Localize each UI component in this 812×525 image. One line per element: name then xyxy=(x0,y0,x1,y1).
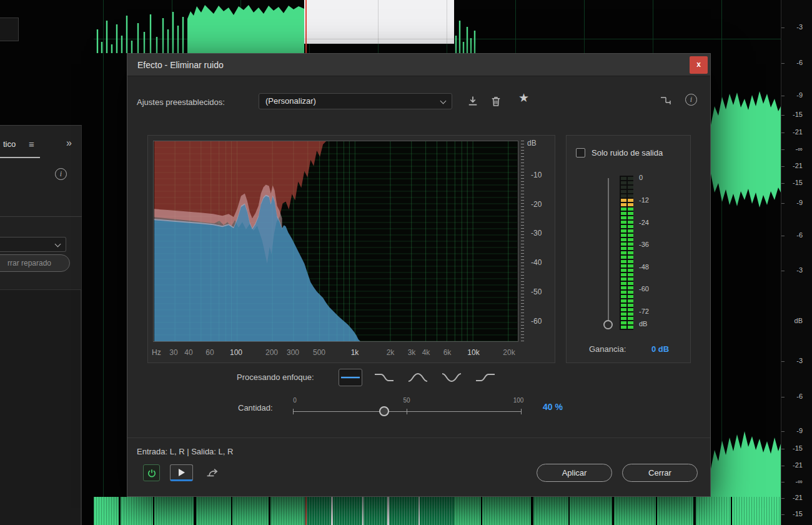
routing-icon[interactable] xyxy=(660,96,673,108)
meter-segment xyxy=(621,242,633,246)
meter-segment xyxy=(621,326,633,329)
ruler-tick xyxy=(781,149,785,150)
amount-slider[interactable]: 050100 xyxy=(293,397,521,418)
focus-flat-button[interactable] xyxy=(339,369,362,386)
processing-focus-label: Procesando enfoque: xyxy=(237,372,314,382)
graph-x-tick-label: 40 xyxy=(184,348,192,357)
ruler-label: -∞ xyxy=(795,145,803,152)
amount-slider-knob[interactable] xyxy=(379,406,389,416)
meter-segment xyxy=(621,186,633,189)
meter-segment xyxy=(621,282,633,285)
y-axis-ticks xyxy=(521,141,524,342)
meter-segment xyxy=(621,221,633,224)
ruler-label: -6 xyxy=(796,59,803,66)
meter-tick-label: dB xyxy=(639,320,647,328)
meter-segment xyxy=(621,308,633,311)
y-axis-unit: dB xyxy=(527,139,537,148)
focus-bell-button[interactable] xyxy=(406,369,430,386)
selection-region-bottom[interactable] xyxy=(304,497,454,525)
save-preset-icon[interactable] xyxy=(467,95,479,108)
selection-region[interactable] xyxy=(304,0,454,44)
graph-x-tick-label: 3k xyxy=(408,348,416,357)
grid-line xyxy=(304,39,454,39)
ruler-label: -3 xyxy=(796,357,803,364)
loop-playback-icon[interactable] xyxy=(205,466,220,479)
presets-select[interactable]: (Personalizar) xyxy=(259,93,452,109)
diagnostics-list xyxy=(0,289,81,525)
play-preview-button[interactable] xyxy=(170,464,193,481)
graph-y-tick-label: -30 xyxy=(531,229,542,238)
ruler-label: -21 xyxy=(793,162,803,169)
meter-segment xyxy=(621,291,633,294)
focus-notch-button[interactable] xyxy=(440,369,463,386)
gain-slider-knob[interactable] xyxy=(603,320,613,329)
meter-tick-label: -36 xyxy=(639,241,649,248)
ruler-label: -15 xyxy=(793,444,803,452)
ruler-tick xyxy=(781,482,785,482)
ruler-label: -21 xyxy=(793,494,803,501)
info-icon[interactable] xyxy=(55,168,67,180)
info-icon[interactable] xyxy=(685,94,697,106)
ruler-label: -6 xyxy=(796,231,803,239)
slider-tick-label: 0 xyxy=(293,397,297,404)
meter-tick-label: -60 xyxy=(639,285,649,292)
clear-repaired-button[interactable]: rrar reparado xyxy=(0,254,70,272)
panel-overflow-icon[interactable]: » xyxy=(66,138,72,149)
slider-tick xyxy=(521,409,522,414)
meter-segment xyxy=(621,208,633,211)
dialog-titlebar[interactable]: Efecto - Eliminar ruido x xyxy=(127,54,710,76)
graph-x-tick-label: 30 xyxy=(169,348,177,357)
meter-tick-label: 0 xyxy=(639,174,643,181)
tab-diagnostics[interactable]: tico xyxy=(3,139,16,149)
delete-preset-icon[interactable] xyxy=(490,95,502,108)
ruler-tick xyxy=(781,466,785,466)
chevron-down-icon xyxy=(55,241,61,248)
spectrum-plot xyxy=(153,141,518,342)
apply-button[interactable]: Aplicar xyxy=(537,464,612,482)
meter-segment xyxy=(621,269,633,272)
ruler-label: -∞ xyxy=(795,478,803,485)
gain-value[interactable]: 0 dB xyxy=(651,344,669,354)
playhead[interactable] xyxy=(305,0,307,53)
ruler-label: -6 xyxy=(796,392,803,400)
ruler-label: -15 xyxy=(793,179,803,186)
left-dropdown[interactable] xyxy=(0,237,66,252)
io-status: Entrada: L, R | Salida: L, R xyxy=(137,447,233,456)
meter-segment xyxy=(621,304,633,307)
panel-menu-icon[interactable]: ≡ xyxy=(29,139,34,149)
meter-segment xyxy=(621,295,633,298)
gain-slider-track[interactable] xyxy=(608,178,609,323)
left-toolbox xyxy=(0,18,19,41)
ruler-label: dB xyxy=(795,317,803,324)
ruler-tick xyxy=(781,236,785,236)
ruler-tick xyxy=(781,361,785,362)
favorite-star-icon[interactable] xyxy=(518,92,529,104)
graph-x-tick-label: 60 xyxy=(205,348,214,357)
graph-x-tick-label: 500 xyxy=(313,348,325,357)
divider xyxy=(0,216,82,217)
chevron-down-icon xyxy=(440,98,447,104)
meter-tick-label: -48 xyxy=(639,263,649,271)
left-panel: tico ≡ » rrar reparado xyxy=(0,125,82,525)
close-icon[interactable]: x xyxy=(690,56,708,74)
focus-low-shelf-button[interactable] xyxy=(372,369,396,386)
meter-tick-label: -72 xyxy=(639,308,649,315)
amount-value[interactable]: 40 % xyxy=(543,402,563,412)
ruler-tick xyxy=(781,166,785,167)
ruler-label: -9 xyxy=(796,427,803,434)
meter-segment xyxy=(621,278,633,281)
focus-high-shelf-button[interactable] xyxy=(473,369,497,386)
ruler-tick xyxy=(781,431,785,432)
presets-value: (Personalizar) xyxy=(265,94,316,109)
meter-segment xyxy=(621,199,633,202)
ruler-label: -9 xyxy=(796,199,803,206)
spectrum-graph-panel: dB Hz -10-20-30-40-50-603040601002003005… xyxy=(147,135,555,363)
graph-y-tick-label: -10 xyxy=(531,171,542,179)
power-toggle-button[interactable] xyxy=(143,464,160,481)
ruler-tick xyxy=(781,115,785,116)
close-button[interactable]: Cerrar xyxy=(622,464,698,482)
output-noise-only-label: Solo ruido de salida xyxy=(592,148,663,158)
ruler-label: -3 xyxy=(796,266,803,274)
graph-x-tick-label: 300 xyxy=(287,348,299,357)
output-noise-only-checkbox[interactable] xyxy=(576,148,585,158)
